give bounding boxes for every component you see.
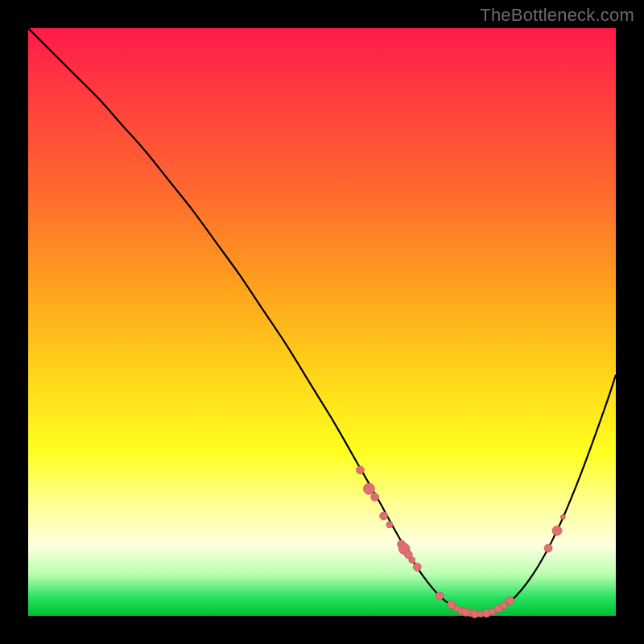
data-marker [413, 563, 421, 571]
watermark-text: TheBottleneck.com [480, 5, 634, 26]
data-marker [363, 483, 374, 494]
chart-frame: TheBottleneck.com [0, 0, 644, 644]
data-marker [386, 522, 393, 528]
data-marker [506, 597, 514, 605]
data-marker [409, 557, 415, 564]
chart-svg [28, 28, 616, 616]
data-marker [552, 526, 562, 535]
bottleneck-curve [28, 28, 616, 615]
plot-area [28, 28, 616, 616]
data-marker [436, 592, 444, 600]
data-marker [560, 514, 565, 519]
data-marker [544, 544, 552, 552]
data-marker [380, 512, 388, 520]
data-marker [356, 466, 364, 474]
data-marker [371, 493, 379, 502]
marker-group [356, 466, 565, 618]
